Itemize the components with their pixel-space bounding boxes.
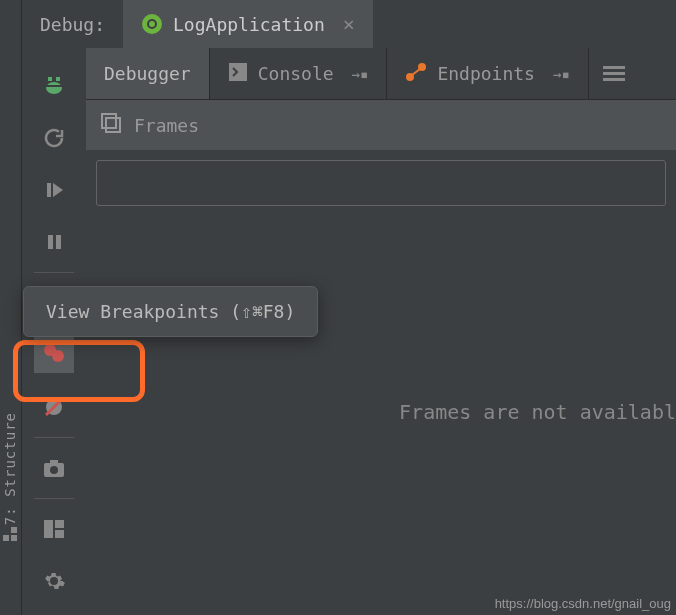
rerun-button[interactable] [34, 118, 74, 158]
tab-label: Console [258, 63, 334, 84]
frames-title: Frames [134, 115, 199, 136]
svg-rect-5 [48, 77, 52, 81]
frames-header: Frames [86, 100, 676, 150]
camera-button[interactable] [34, 448, 74, 488]
view-breakpoints-tooltip: View Breakpoints (⇧⌘F8) [23, 286, 318, 337]
svg-point-19 [50, 466, 58, 474]
tab-label: Debugger [104, 63, 191, 84]
svg-rect-20 [44, 520, 53, 538]
structure-panel-label[interactable]: 7: Structure [2, 412, 18, 525]
sidebar-divider [34, 272, 74, 273]
tab-console[interactable]: Console →▪ [209, 48, 387, 99]
pause-button[interactable] [34, 222, 74, 262]
svg-rect-2 [11, 535, 17, 541]
sidebar-divider [34, 437, 74, 438]
svg-rect-28 [603, 72, 625, 75]
svg-rect-30 [106, 118, 120, 132]
frames-icon [100, 112, 122, 138]
structure-gutter[interactable]: 7: Structure [0, 0, 22, 615]
svg-rect-31 [102, 114, 116, 128]
sidebar-divider [34, 498, 74, 499]
view-breakpoints-button[interactable] [34, 333, 74, 373]
svg-point-14 [52, 350, 64, 362]
settings-button[interactable] [34, 561, 74, 601]
svg-point-3 [142, 14, 162, 34]
spring-boot-icon [141, 13, 163, 35]
debug-panel-label: Debug: [22, 0, 123, 48]
svg-rect-6 [56, 77, 60, 81]
svg-rect-29 [603, 78, 625, 81]
pin-icon[interactable]: →▪ [553, 66, 570, 82]
svg-rect-8 [46, 85, 62, 87]
run-config-name: LogApplication [173, 14, 325, 35]
svg-rect-12 [56, 235, 61, 249]
thread-selector-dropdown[interactable] [96, 160, 666, 206]
svg-marker-10 [53, 183, 63, 197]
frames-empty-message: Frames are not availabl [399, 400, 676, 424]
svg-rect-0 [3, 535, 9, 541]
svg-rect-18 [50, 460, 58, 464]
tab-debugger[interactable]: Debugger [86, 48, 209, 99]
debugger-panel-tabs: Debugger Console →▪ Endpoints →▪ [86, 48, 676, 100]
svg-rect-22 [55, 530, 64, 538]
tab-endpoints[interactable]: Endpoints →▪ [386, 48, 587, 99]
svg-line-26 [412, 69, 420, 75]
tabs-menu-button[interactable] [588, 48, 640, 99]
watermark: https://blog.csdn.net/gnail_oug [495, 596, 671, 611]
console-icon [228, 62, 248, 86]
debug-config-tabs: Debug: LogApplication × [22, 0, 676, 48]
svg-rect-21 [55, 520, 64, 528]
svg-rect-27 [603, 66, 625, 69]
mute-breakpoints-button[interactable] [34, 387, 74, 427]
svg-rect-11 [48, 235, 53, 249]
resume-button[interactable] [34, 170, 74, 210]
run-config-tab[interactable]: LogApplication × [123, 0, 373, 48]
layout-button[interactable] [34, 509, 74, 549]
debug-restart-button[interactable] [34, 66, 74, 106]
svg-rect-1 [11, 527, 17, 533]
endpoints-icon [405, 62, 427, 86]
close-icon[interactable]: × [343, 12, 355, 36]
pin-icon[interactable]: →▪ [352, 66, 369, 82]
tab-label: Endpoints [437, 63, 535, 84]
frames-area: Frames are not availabl [86, 150, 676, 615]
svg-point-7 [46, 82, 62, 94]
structure-icon [3, 526, 17, 545]
svg-rect-9 [47, 183, 51, 197]
